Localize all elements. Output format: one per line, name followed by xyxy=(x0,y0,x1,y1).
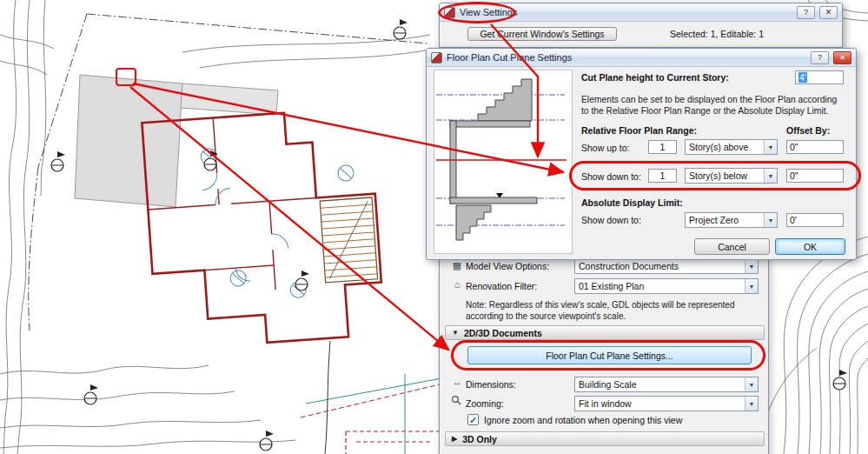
show-up-unit-dropdown[interactable]: Story(s) above ▼ xyxy=(685,139,778,155)
help-button[interactable]: ? xyxy=(797,6,815,19)
section-2d3d-documents[interactable]: ▼ 2D/3D Documents xyxy=(445,325,765,340)
triangle-collapsed-icon: ▶ xyxy=(452,435,457,443)
view-settings-title: View Settings xyxy=(460,7,517,17)
get-current-window-settings-button[interactable]: Get Current Window's Settings xyxy=(467,27,617,41)
view-settings-titlebar[interactable]: View Settings ? ✕ xyxy=(440,3,842,22)
ok-button[interactable]: OK xyxy=(775,238,845,255)
model-view-options-dropdown[interactable]: Construction Documents ▼ xyxy=(574,258,759,274)
cut-plane-titlebar[interactable]: Floor Plan Cut Plane Settings ? ✕ xyxy=(427,49,856,67)
view-settings-dialog-body: ▦ Model View Options: Construction Docum… xyxy=(439,257,769,454)
absolute-limit-header: Absolute Display Limit: xyxy=(581,197,683,208)
show-down-offset-input[interactable]: 0" xyxy=(786,169,844,183)
door-swing-arcs xyxy=(202,169,291,284)
terrace-area xyxy=(75,75,278,207)
close-button[interactable]: ✕ xyxy=(833,51,851,64)
staircase xyxy=(320,197,377,283)
zooming-dropdown[interactable]: Fit in window ▼ xyxy=(574,396,759,411)
model-view-options-icon: ▦ xyxy=(451,259,463,271)
cancel-button[interactable]: Cancel xyxy=(694,238,770,255)
dimensions-dropdown[interactable]: Building Scale ▼ xyxy=(574,377,759,392)
renovation-filter-dropdown[interactable]: 01 Existing Plan ▼ xyxy=(574,278,759,294)
offset-by-header: Offset By: xyxy=(786,125,830,136)
chevron-down-icon: ▼ xyxy=(745,279,758,293)
cut-height-label: Cut Plane height to Current Story: xyxy=(581,72,729,83)
section-3d-only[interactable]: ▶ 3D Only xyxy=(445,431,765,446)
floor-plan-cut-plane-settings-button[interactable]: Floor Plan Cut Plane Settings... xyxy=(467,346,752,364)
help-button[interactable]: ? xyxy=(811,51,829,64)
cut-plane-settings-dialog: Floor Plan Cut Plane Settings ? ✕ xyxy=(426,48,857,260)
relative-range-header: Relative Floor Plan Range: xyxy=(581,125,697,136)
show-down-unit-dropdown[interactable]: Story(s) below ▼ xyxy=(685,168,778,184)
ignore-zoom-label: Ignore zoom and rotation when opening th… xyxy=(484,415,682,425)
show-up-offset-input[interactable]: 0" xyxy=(786,140,844,154)
zooming-label: Zooming: xyxy=(466,398,504,409)
absolute-limit-dropdown[interactable]: Project Zero ▼ xyxy=(685,212,778,228)
show-up-stories-input[interactable]: 1 xyxy=(648,140,677,154)
cut-plane-description: Elements can be set to be displayed on t… xyxy=(581,94,844,117)
chevron-down-icon: ▼ xyxy=(764,213,777,227)
absolute-offset-input[interactable]: 0' xyxy=(786,213,844,227)
cut-plane-dialog-icon xyxy=(431,52,442,63)
selection-status: Selected: 1, Editable: 1 xyxy=(670,29,764,39)
ignore-zoom-checkbox[interactable]: ✓ xyxy=(467,414,479,425)
cut-plane-title: Floor Plan Cut Plane Settings xyxy=(447,52,572,63)
chevron-down-icon: ▼ xyxy=(745,377,758,391)
cut-plane-section-diagram xyxy=(434,70,573,254)
absolute-show-down-label: Show down to: xyxy=(581,215,641,225)
chevron-down-icon: ▼ xyxy=(764,140,777,154)
model-view-options-label: Model View Options: xyxy=(466,261,549,271)
triangle-expanded-icon: ▼ xyxy=(452,329,459,337)
chevron-down-icon: ▼ xyxy=(745,259,758,273)
show-up-to-label: Show up to: xyxy=(581,143,629,153)
dimensions-icon: ↔ xyxy=(451,376,463,388)
view-settings-dialog: View Settings ? ✕ Get Current Window's S… xyxy=(439,3,843,48)
zooming-icon xyxy=(451,395,463,407)
dimensions-label: Dimensions: xyxy=(466,379,516,390)
gdl-scale-note: Note: Regardless of this view's scale, G… xyxy=(466,299,761,322)
site-linework xyxy=(301,341,455,454)
renovation-filter-icon: ⌂ xyxy=(451,278,463,290)
renovation-filter-label: Renovation Filter: xyxy=(466,281,537,291)
chevron-down-icon: ▼ xyxy=(745,397,758,411)
show-down-stories-input[interactable]: 1 xyxy=(648,169,677,183)
show-down-to-label: Show down to: xyxy=(581,171,641,182)
cut-height-input[interactable]: 4' xyxy=(795,70,844,84)
chevron-down-icon: ▼ xyxy=(764,169,777,183)
close-button[interactable]: ✕ xyxy=(819,6,838,19)
view-settings-icon xyxy=(444,7,455,18)
application-stage: View Settings ? ✕ Get Current Window's S… xyxy=(0,0,868,454)
